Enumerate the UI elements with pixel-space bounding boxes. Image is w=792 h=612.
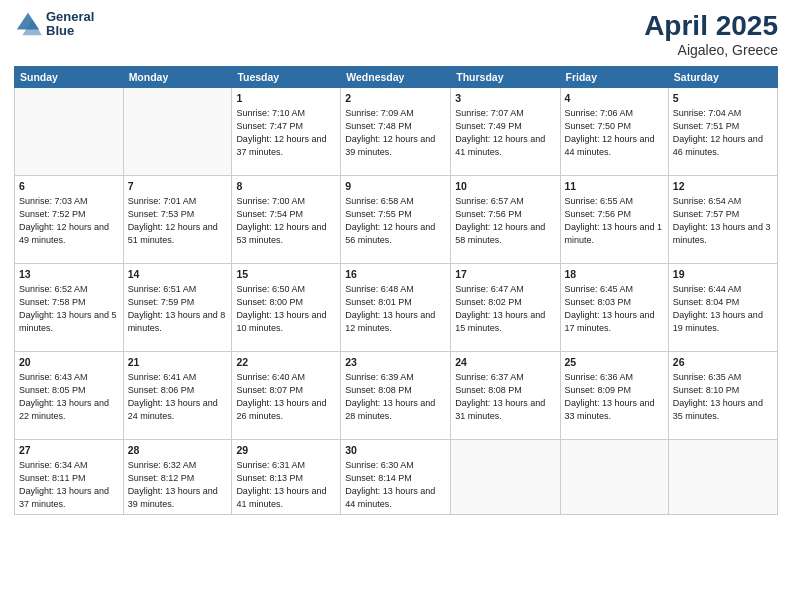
day-number: 13 (19, 267, 119, 282)
day-info: Sunrise: 6:50 AM Sunset: 8:00 PM Dayligh… (236, 283, 336, 335)
day-info: Sunrise: 6:45 AM Sunset: 8:03 PM Dayligh… (565, 283, 664, 335)
col-header-monday: Monday (123, 67, 232, 88)
logo: General Blue (14, 10, 94, 39)
page: General Blue April 2025 Aigaleo, Greece … (0, 0, 792, 612)
day-number: 26 (673, 355, 773, 370)
day-info: Sunrise: 7:09 AM Sunset: 7:48 PM Dayligh… (345, 107, 446, 159)
logo-line1: General (46, 10, 94, 24)
day-info: Sunrise: 6:41 AM Sunset: 8:06 PM Dayligh… (128, 371, 228, 423)
calendar-cell: 24Sunrise: 6:37 AM Sunset: 8:08 PM Dayli… (451, 352, 560, 440)
day-info: Sunrise: 7:04 AM Sunset: 7:51 PM Dayligh… (673, 107, 773, 159)
header: General Blue April 2025 Aigaleo, Greece (14, 10, 778, 58)
calendar-cell: 22Sunrise: 6:40 AM Sunset: 8:07 PM Dayli… (232, 352, 341, 440)
day-info: Sunrise: 6:52 AM Sunset: 7:58 PM Dayligh… (19, 283, 119, 335)
calendar-cell: 28Sunrise: 6:32 AM Sunset: 8:12 PM Dayli… (123, 440, 232, 515)
calendar-cell: 5Sunrise: 7:04 AM Sunset: 7:51 PM Daylig… (668, 88, 777, 176)
calendar-cell: 18Sunrise: 6:45 AM Sunset: 8:03 PM Dayli… (560, 264, 668, 352)
calendar-subtitle: Aigaleo, Greece (644, 42, 778, 58)
calendar-cell: 21Sunrise: 6:41 AM Sunset: 8:06 PM Dayli… (123, 352, 232, 440)
calendar-cell: 13Sunrise: 6:52 AM Sunset: 7:58 PM Dayli… (15, 264, 124, 352)
day-number: 3 (455, 91, 555, 106)
day-number: 22 (236, 355, 336, 370)
day-number: 12 (673, 179, 773, 194)
day-info: Sunrise: 6:48 AM Sunset: 8:01 PM Dayligh… (345, 283, 446, 335)
day-number: 28 (128, 443, 228, 458)
col-header-tuesday: Tuesday (232, 67, 341, 88)
calendar-cell: 19Sunrise: 6:44 AM Sunset: 8:04 PM Dayli… (668, 264, 777, 352)
day-number: 27 (19, 443, 119, 458)
day-info: Sunrise: 6:37 AM Sunset: 8:08 PM Dayligh… (455, 371, 555, 423)
day-info: Sunrise: 6:35 AM Sunset: 8:10 PM Dayligh… (673, 371, 773, 423)
calendar-cell: 10Sunrise: 6:57 AM Sunset: 7:56 PM Dayli… (451, 176, 560, 264)
day-number: 21 (128, 355, 228, 370)
day-info: Sunrise: 7:03 AM Sunset: 7:52 PM Dayligh… (19, 195, 119, 247)
day-info: Sunrise: 6:58 AM Sunset: 7:55 PM Dayligh… (345, 195, 446, 247)
calendar-cell: 17Sunrise: 6:47 AM Sunset: 8:02 PM Dayli… (451, 264, 560, 352)
day-info: Sunrise: 6:55 AM Sunset: 7:56 PM Dayligh… (565, 195, 664, 247)
day-info: Sunrise: 6:30 AM Sunset: 8:14 PM Dayligh… (345, 459, 446, 511)
calendar-cell: 4Sunrise: 7:06 AM Sunset: 7:50 PM Daylig… (560, 88, 668, 176)
col-header-thursday: Thursday (451, 67, 560, 88)
calendar-cell: 15Sunrise: 6:50 AM Sunset: 8:00 PM Dayli… (232, 264, 341, 352)
day-info: Sunrise: 7:06 AM Sunset: 7:50 PM Dayligh… (565, 107, 664, 159)
day-number: 20 (19, 355, 119, 370)
day-info: Sunrise: 6:54 AM Sunset: 7:57 PM Dayligh… (673, 195, 773, 247)
day-number: 24 (455, 355, 555, 370)
calendar-week-5: 27Sunrise: 6:34 AM Sunset: 8:11 PM Dayli… (15, 440, 778, 515)
day-number: 4 (565, 91, 664, 106)
day-number: 25 (565, 355, 664, 370)
day-number: 16 (345, 267, 446, 282)
day-info: Sunrise: 6:36 AM Sunset: 8:09 PM Dayligh… (565, 371, 664, 423)
col-header-wednesday: Wednesday (341, 67, 451, 88)
day-number: 14 (128, 267, 228, 282)
col-header-saturday: Saturday (668, 67, 777, 88)
calendar-cell: 8Sunrise: 7:00 AM Sunset: 7:54 PM Daylig… (232, 176, 341, 264)
calendar-cell (451, 440, 560, 515)
calendar-cell: 23Sunrise: 6:39 AM Sunset: 8:08 PM Dayli… (341, 352, 451, 440)
calendar-cell (560, 440, 668, 515)
day-info: Sunrise: 7:07 AM Sunset: 7:49 PM Dayligh… (455, 107, 555, 159)
calendar-cell: 11Sunrise: 6:55 AM Sunset: 7:56 PM Dayli… (560, 176, 668, 264)
logo-line2: Blue (46, 24, 94, 38)
calendar-week-2: 6Sunrise: 7:03 AM Sunset: 7:52 PM Daylig… (15, 176, 778, 264)
day-number: 23 (345, 355, 446, 370)
day-info: Sunrise: 6:44 AM Sunset: 8:04 PM Dayligh… (673, 283, 773, 335)
calendar-cell: 25Sunrise: 6:36 AM Sunset: 8:09 PM Dayli… (560, 352, 668, 440)
calendar-week-4: 20Sunrise: 6:43 AM Sunset: 8:05 PM Dayli… (15, 352, 778, 440)
day-number: 8 (236, 179, 336, 194)
calendar-cell: 27Sunrise: 6:34 AM Sunset: 8:11 PM Dayli… (15, 440, 124, 515)
calendar-table: SundayMondayTuesdayWednesdayThursdayFrid… (14, 66, 778, 515)
day-number: 11 (565, 179, 664, 194)
calendar-cell: 16Sunrise: 6:48 AM Sunset: 8:01 PM Dayli… (341, 264, 451, 352)
day-number: 7 (128, 179, 228, 194)
calendar-cell: 2Sunrise: 7:09 AM Sunset: 7:48 PM Daylig… (341, 88, 451, 176)
calendar-cell: 29Sunrise: 6:31 AM Sunset: 8:13 PM Dayli… (232, 440, 341, 515)
day-info: Sunrise: 6:43 AM Sunset: 8:05 PM Dayligh… (19, 371, 119, 423)
logo-text: General Blue (46, 10, 94, 39)
col-header-friday: Friday (560, 67, 668, 88)
day-number: 19 (673, 267, 773, 282)
calendar-cell: 20Sunrise: 6:43 AM Sunset: 8:05 PM Dayli… (15, 352, 124, 440)
day-number: 2 (345, 91, 446, 106)
calendar-cell: 26Sunrise: 6:35 AM Sunset: 8:10 PM Dayli… (668, 352, 777, 440)
calendar-header-row: SundayMondayTuesdayWednesdayThursdayFrid… (15, 67, 778, 88)
day-number: 18 (565, 267, 664, 282)
day-number: 15 (236, 267, 336, 282)
day-number: 10 (455, 179, 555, 194)
calendar-cell (668, 440, 777, 515)
col-header-sunday: Sunday (15, 67, 124, 88)
calendar-cell: 3Sunrise: 7:07 AM Sunset: 7:49 PM Daylig… (451, 88, 560, 176)
calendar-week-3: 13Sunrise: 6:52 AM Sunset: 7:58 PM Dayli… (15, 264, 778, 352)
calendar-cell: 7Sunrise: 7:01 AM Sunset: 7:53 PM Daylig… (123, 176, 232, 264)
day-info: Sunrise: 6:32 AM Sunset: 8:12 PM Dayligh… (128, 459, 228, 511)
calendar-title: April 2025 (644, 10, 778, 42)
day-info: Sunrise: 6:31 AM Sunset: 8:13 PM Dayligh… (236, 459, 336, 511)
day-info: Sunrise: 6:57 AM Sunset: 7:56 PM Dayligh… (455, 195, 555, 247)
calendar-cell: 12Sunrise: 6:54 AM Sunset: 7:57 PM Dayli… (668, 176, 777, 264)
day-number: 6 (19, 179, 119, 194)
logo-icon (14, 10, 42, 38)
day-info: Sunrise: 7:00 AM Sunset: 7:54 PM Dayligh… (236, 195, 336, 247)
day-info: Sunrise: 6:51 AM Sunset: 7:59 PM Dayligh… (128, 283, 228, 335)
day-info: Sunrise: 6:40 AM Sunset: 8:07 PM Dayligh… (236, 371, 336, 423)
day-info: Sunrise: 7:01 AM Sunset: 7:53 PM Dayligh… (128, 195, 228, 247)
